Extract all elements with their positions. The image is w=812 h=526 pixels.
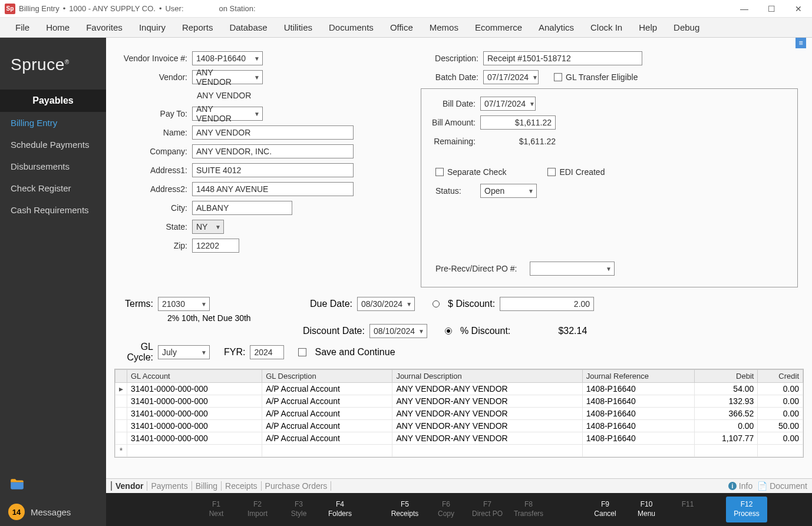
address1-input[interactable] (192, 163, 354, 177)
tab-vendor[interactable]: Vendor (111, 481, 147, 491)
grid-header[interactable]: Journal Description (392, 370, 582, 383)
label-discountdate: Discount Date: (303, 326, 365, 336)
gl-grid[interactable]: GL AccountGL DescriptionJournal Descript… (114, 369, 804, 458)
grid-header[interactable]: Debit (694, 370, 758, 383)
menu-utilities[interactable]: Utilities (276, 22, 321, 32)
label-remaining: Remaining: (430, 137, 480, 146)
panel-toggle-icon[interactable]: ≡ (796, 38, 806, 48)
grid-header[interactable]: Credit (758, 370, 803, 383)
fyr-input[interactable] (250, 345, 284, 359)
vendor-select[interactable]: ANY VENDOR▼ (192, 70, 263, 84)
fkey-f3: F3Style (278, 497, 319, 522)
tab-purchase-orders[interactable]: Purchase Orders (262, 481, 332, 491)
discountdate-select[interactable]: 08/10/2024▼ (369, 324, 427, 338)
address2-input[interactable] (192, 182, 354, 196)
separate-check-checkbox[interactable] (435, 168, 444, 176)
grid-header[interactable]: GL Account (127, 370, 262, 383)
label-fyr: FYR: (224, 347, 245, 358)
dollar-discount-input[interactable] (500, 297, 594, 311)
folder-icon[interactable] (9, 477, 106, 494)
menu-documents[interactable]: Documents (321, 22, 382, 32)
title-company: 1000 - ANY SUPPLY CO. (69, 4, 156, 13)
title-user-label: User: (165, 4, 183, 13)
window-minimize[interactable]: — (731, 0, 758, 18)
menu-inquiry[interactable]: Inquiry (131, 22, 174, 32)
billdate-select[interactable]: 07/17/2024▼ (480, 97, 536, 111)
label-batchdate: Batch Date: (421, 72, 483, 82)
menu-memos[interactable]: Memos (421, 22, 467, 32)
billamount-input[interactable] (480, 115, 556, 130)
pct-discount-radio[interactable] (445, 327, 452, 335)
glcycle-select[interactable]: July▼ (158, 345, 210, 359)
company-input[interactable] (192, 144, 354, 158)
window-maximize[interactable]: ☐ (758, 0, 785, 18)
table-row[interactable]: 31401-0000-000-000A/P Accrual AccountANY… (115, 408, 803, 420)
label-vendor-invoice: Vendor Invoice #: (120, 54, 192, 63)
duedate-select[interactable]: 08/30/2024▼ (357, 297, 415, 311)
chevron-down-icon: ▼ (528, 188, 534, 194)
table-row[interactable]: 31401-0000-000-000A/P Accrual AccountANY… (115, 432, 803, 445)
label-separatecheck: Separate Check (447, 167, 506, 177)
messages-row[interactable]: 14 Messages (0, 498, 106, 526)
city-input[interactable] (192, 201, 292, 215)
fkey-f12[interactable]: F12Process (726, 497, 767, 522)
name-input[interactable] (192, 125, 354, 140)
menu-reports[interactable]: Reports (174, 22, 222, 32)
status-select[interactable]: Open▼ (480, 184, 537, 198)
document-button[interactable]: 📄Document (757, 481, 807, 491)
label-gltransfer: GL Transfer Eligible (566, 72, 638, 82)
grid-header[interactable]: GL Description (262, 370, 392, 383)
sidebar-item-schedule-payments[interactable]: Schedule Payments (0, 134, 106, 156)
vendor-invoice-select[interactable]: 1408-P16640▼ (192, 51, 263, 65)
tab-payments[interactable]: Payments (147, 481, 192, 491)
terms-select[interactable]: 21030▼ (158, 297, 210, 311)
menu-clock-in[interactable]: Clock In (582, 22, 631, 32)
menu-ecommerce[interactable]: Ecommerce (467, 22, 530, 32)
label-billdate: Bill Date: (430, 99, 480, 108)
tab-billing[interactable]: Billing (192, 481, 222, 491)
gl-transfer-checkbox[interactable] (554, 73, 562, 81)
description-input[interactable] (483, 51, 642, 65)
prerecv-select[interactable]: ▼ (530, 262, 615, 276)
sidebar-item-cash-requirements[interactable]: Cash Requirements (0, 199, 106, 221)
menu-office[interactable]: Office (382, 22, 421, 32)
edi-created-checkbox[interactable] (547, 168, 556, 176)
menu-file[interactable]: File (7, 22, 38, 32)
menu-analytics[interactable]: Analytics (530, 22, 582, 32)
bill-box: Bill Date: 07/17/2024▼ Bill Amount: Rema… (421, 88, 798, 287)
sidebar-item-disbursements[interactable]: Disbursements (0, 156, 106, 177)
menu-favorites[interactable]: Favorites (78, 22, 131, 32)
dollar-discount-radio[interactable] (433, 300, 440, 307)
zip-input[interactable] (192, 239, 239, 253)
window-close[interactable]: ✕ (785, 0, 812, 18)
batchdate-select[interactable]: 07/17/2024▼ (483, 70, 539, 84)
menu-debug[interactable]: Debug (665, 22, 708, 32)
table-row[interactable]: ▸31401-0000-000-000A/P Accrual AccountAN… (115, 383, 803, 395)
info-button[interactable]: iInfo (728, 481, 752, 491)
fkey-f5[interactable]: F5Receipts (384, 497, 425, 522)
menu-home[interactable]: Home (38, 22, 78, 32)
messages-label: Messages (31, 507, 71, 517)
payto-select[interactable]: ANY VENDOR▼ (192, 107, 263, 121)
content: ≡ Vendor Invoice #: 1408-P16640▼ Vendor:… (106, 38, 812, 526)
label-payto: Pay To: (120, 109, 192, 118)
table-row[interactable]: 31401-0000-000-000A/P Accrual AccountANY… (115, 420, 803, 432)
chevron-down-icon: ▼ (606, 266, 612, 272)
state-select[interactable]: NY▼ (192, 220, 224, 234)
fkey-f4[interactable]: F4Folders (319, 497, 361, 522)
sidebar-item-check-register[interactable]: Check Register (0, 177, 106, 199)
menu-help[interactable]: Help (631, 22, 665, 32)
save-continue-checkbox[interactable] (298, 348, 306, 356)
fkey-f10[interactable]: F10Menu (626, 497, 667, 522)
menu-database[interactable]: Database (221, 22, 275, 32)
tab-receipts[interactable]: Receipts (222, 481, 261, 491)
grid-header[interactable]: Journal Reference (582, 370, 694, 383)
fkey-f9[interactable]: F9Cancel (585, 497, 626, 522)
table-row[interactable]: 31401-0000-000-000A/P Accrual AccountANY… (115, 395, 803, 408)
sidebar-item-billing-entry[interactable]: Billing Entry (0, 112, 106, 134)
table-new-row[interactable]: * (115, 445, 803, 457)
fkey-f1: F1Next (196, 497, 237, 522)
label-state: State: (120, 222, 192, 231)
document-icon: 📄 (757, 481, 767, 491)
fkey-f6: F6Copy (425, 497, 467, 522)
